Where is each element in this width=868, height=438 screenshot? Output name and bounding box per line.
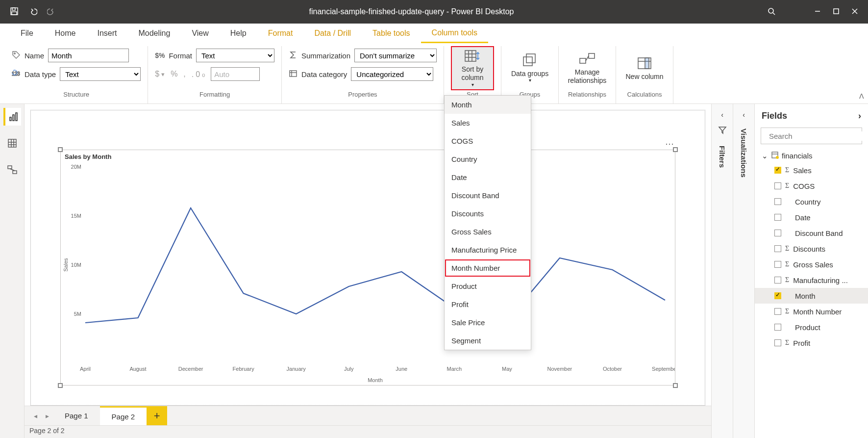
comma-icon[interactable]: , [183,70,187,78]
visualizations-pane-collapsed[interactable]: ‹ Visualizations [733,104,754,438]
tab-modeling[interactable]: Modeling [127,24,181,43]
model-view-button[interactable] [3,161,21,179]
field-item[interactable]: ΣProfit [755,335,868,351]
field-checkbox[interactable] [774,245,781,252]
field-checkbox[interactable] [774,339,781,346]
data-groups-button[interactable]: Data groups▾ [508,46,551,90]
sort-option[interactable]: Date [445,168,531,186]
field-item[interactable]: Product [755,319,868,335]
decimal-places-input[interactable] [211,67,260,81]
field-item[interactable]: ΣManufacturing ... [755,272,868,288]
svg-text:May: May [502,366,512,372]
sort-option[interactable]: Sale Price [445,313,531,332]
sort-option[interactable]: Month Number [445,259,531,277]
tab-table-tools[interactable]: Table tools [362,24,421,43]
fields-search-input[interactable] [768,131,863,141]
svg-text:123: 123 [12,71,20,77]
report-canvas-zone: ⋯ Sales by Month 5M10M15M20MSalesAprilAu… [25,104,711,438]
tab-view[interactable]: View [181,24,219,43]
field-checkbox[interactable] [774,167,781,174]
sort-option[interactable]: Discounts [445,205,531,223]
field-item[interactable]: Discount Band [755,225,868,241]
fields-search[interactable] [761,128,862,144]
collapse-pane-icon[interactable]: › [858,111,861,121]
field-item[interactable]: ΣGross Sales [755,257,868,272]
page-tab[interactable]: Page 2 [100,406,147,425]
svg-rect-29 [16,113,17,121]
field-checkbox[interactable] [774,198,781,205]
field-item[interactable]: ΣDiscounts [755,241,868,257]
svg-line-4 [773,13,775,15]
sort-option[interactable]: Country [445,150,531,168]
name-input[interactable] [48,49,129,62]
field-checkbox[interactable] [774,261,781,268]
table-node[interactable]: ⌄ financials [755,149,868,162]
undo-icon[interactable] [28,7,37,17]
minimize-icon[interactable] [814,8,821,16]
resize-handle[interactable] [673,147,678,152]
category-select[interactable]: Uncategorized [351,67,433,81]
tab-data-drill[interactable]: Data / Drill [303,24,362,43]
field-checkbox[interactable] [774,324,781,331]
collapse-ribbon-button[interactable]: ᐱ [859,92,864,100]
prev-page-button[interactable]: ◂ [29,410,41,422]
table-name: financials [782,152,813,160]
sort-option[interactable]: Segment [445,332,531,350]
save-icon[interactable] [10,7,19,17]
tab-insert[interactable]: Insert [86,24,127,43]
field-checkbox[interactable] [774,292,781,299]
expand-pane-icon[interactable]: ‹ [721,111,723,119]
line-chart-visual[interactable]: ⋯ Sales by Month 5M10M15M20MSalesAprilAu… [60,150,675,386]
svg-text:15M: 15M [71,213,81,219]
field-checkbox[interactable] [774,230,781,236]
field-item[interactable]: ΣMonth Number [755,304,868,319]
next-page-button[interactable]: ▸ [41,410,53,422]
tab-file[interactable]: File [10,24,44,43]
report-view-button[interactable] [3,108,21,126]
sort-option[interactable]: Product [445,277,531,295]
field-item[interactable]: Month [755,288,868,304]
filters-pane-collapsed[interactable]: ‹ Filters [711,104,733,438]
field-checkbox[interactable] [774,308,781,315]
svg-text:September: September [652,366,675,372]
sort-option[interactable]: Discount Band [445,186,531,205]
sort-option[interactable]: Month [445,96,531,114]
close-icon[interactable] [851,8,858,16]
redo-icon[interactable] [47,7,56,17]
field-item[interactable]: Country [755,194,868,209]
data-view-button[interactable] [3,134,21,152]
manage-relationships-button[interactable]: Manage relationships [566,46,609,90]
resize-handle[interactable] [58,147,63,152]
field-checkbox[interactable] [774,277,781,283]
sort-by-column-button[interactable]: Sort by column▾ [451,46,494,90]
svg-text:March: March [447,366,462,372]
field-label: Sales [793,166,812,175]
format-select[interactable]: Text [196,49,274,62]
tab-format[interactable]: Format [257,24,304,43]
add-page-button[interactable]: + [147,406,167,425]
sort-option[interactable]: Manufacturing Price [445,241,531,259]
decimal-icon[interactable]: .0₀ [192,70,207,79]
maximize-icon[interactable] [833,8,840,16]
report-canvas[interactable]: ⋯ Sales by Month 5M10M15M20MSalesAprilAu… [30,110,705,406]
tab-help[interactable]: Help [220,24,257,43]
field-item[interactable]: ΣSales [755,162,868,178]
currency-icon[interactable]: $▾ [155,70,167,78]
page-tab[interactable]: Page 1 [53,406,100,425]
sort-option[interactable]: Profit [445,295,531,313]
sort-option[interactable]: Gross Sales [445,223,531,241]
field-checkbox[interactable] [774,182,781,189]
field-checkbox[interactable] [774,214,781,221]
percent-icon[interactable]: % [171,70,179,78]
new-column-button[interactable]: New column [623,46,666,90]
search-icon[interactable] [767,7,776,17]
datatype-select[interactable]: Text [60,67,141,81]
expand-pane-icon[interactable]: ‹ [743,111,745,119]
tab-column-tools[interactable]: Column tools [421,24,488,43]
field-item[interactable]: ΣCOGS [755,178,868,194]
summarization-select[interactable]: Don't summarize [354,49,437,62]
tab-home[interactable]: Home [44,24,87,43]
sort-option[interactable]: COGS [445,132,531,150]
field-item[interactable]: Date [755,209,868,225]
sort-option[interactable]: Sales [445,114,531,132]
